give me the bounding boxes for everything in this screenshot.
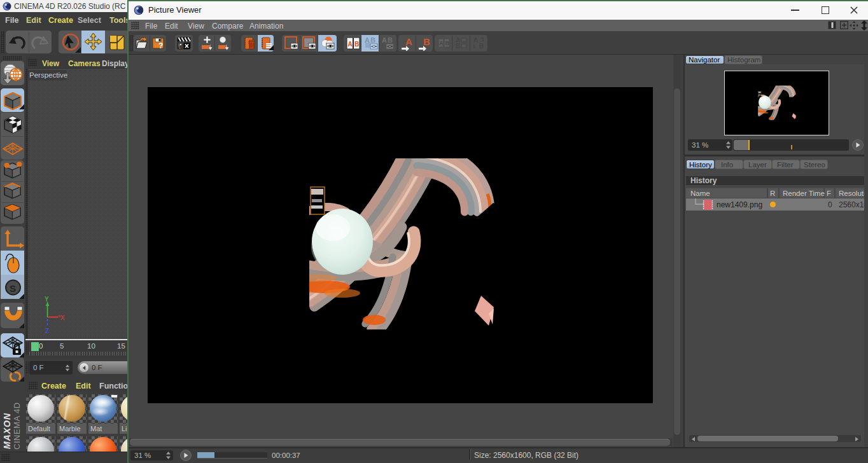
svg-text:A: A [348, 41, 353, 48]
svg-text:B: B [445, 40, 450, 46]
svg-text:CINEMA 4D: CINEMA 4D [12, 402, 22, 450]
svg-text:A: A [473, 37, 478, 44]
svg-text:B: B [354, 41, 359, 48]
svg-text:B: B [388, 36, 393, 44]
svg-text:A: A [439, 40, 444, 46]
svg-text:B: B [423, 36, 430, 47]
svg-text:?: ? [158, 41, 163, 50]
svg-text:A: A [382, 36, 387, 44]
svg-text:B: B [370, 36, 375, 44]
svg-text:B: B [479, 43, 484, 50]
svg-text:B: B [456, 43, 460, 50]
svg-text:X: X [60, 314, 65, 321]
svg-text:Y: Y [45, 296, 49, 303]
svg-text:MAXON: MAXON [2, 413, 12, 449]
svg-text:A: A [405, 36, 412, 47]
svg-text:S: S [10, 283, 16, 294]
svg-text:Z: Z [45, 328, 49, 335]
